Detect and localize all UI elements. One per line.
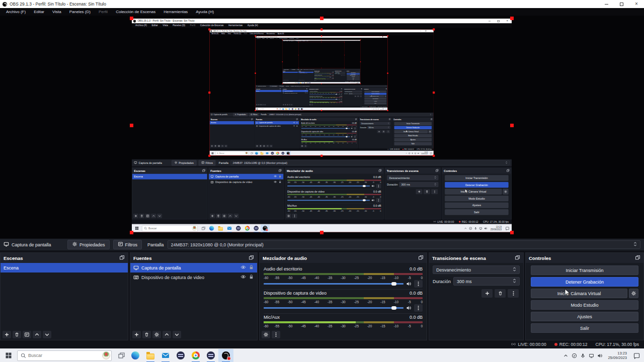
mute-toggle[interactable]: [371, 184, 374, 189]
mixer-more-button[interactable]: [292, 214, 297, 218]
scene-row[interactable]: Escena: [1, 263, 128, 273]
source-row[interactable]: Dispositivo de captura de video: [255, 124, 299, 128]
selection-handle[interactable]: [255, 110, 256, 111]
mixer-advanced-audio-button[interactable]: [300, 145, 303, 147]
menu-item[interactable]: Vista: [48, 8, 65, 16]
virtual-camera-config-button[interactable]: [384, 95, 386, 97]
channel-options-button[interactable]: [376, 184, 381, 189]
sources-properties-button[interactable]: [222, 214, 227, 218]
source-row[interactable]: Dispositivo de captura de video: [298, 73, 314, 74]
selection-handle[interactable]: [510, 231, 514, 234]
virtual-camera-config-button[interactable]: [428, 130, 432, 134]
selection-handle[interactable]: [282, 39, 283, 40]
sources-add-button[interactable]: [132, 331, 141, 338]
transitions-more-button[interactable]: [386, 130, 390, 133]
menu-item[interactable]: Archivo (F): [133, 23, 149, 28]
mixer-more-button[interactable]: [315, 80, 316, 81]
source-row[interactable]: Dispositivo de captura de video: [130, 273, 257, 282]
taskbar-search[interactable]: [17, 350, 112, 361]
selection-handle[interactable]: [130, 17, 133, 20]
capture-selection[interactable]: OBS 29.1.3 - Perfil: Sin Título - Escena…: [282, 40, 360, 83]
popout-icon[interactable]: [388, 118, 390, 121]
source-row[interactable]: Dispositivo de captura de video: [282, 92, 308, 94]
properties-button[interactable]: Propiedades: [172, 160, 196, 165]
virtual-camera-config-button[interactable]: [629, 289, 638, 298]
visibility-toggle[interactable]: [305, 90, 306, 92]
scene-row[interactable]: Escena: [256, 90, 282, 92]
menu-item[interactable]: Editar: [30, 8, 48, 16]
control-button-salir[interactable]: Salir: [364, 103, 386, 105]
selection-handle[interactable]: [510, 124, 514, 127]
popout-icon[interactable]: [306, 88, 307, 90]
taskbar-app-obs[interactable]: [300, 108, 303, 110]
control-button-salir[interactable]: Salir: [531, 323, 638, 333]
control-button-salir[interactable]: Salir: [445, 209, 508, 215]
transition-select[interactable]: Desvanecimiento: [360, 122, 390, 125]
selection-handle[interactable]: [321, 42, 321, 42]
taskbar-app-mail[interactable]: [225, 224, 234, 232]
transitions-more-button[interactable]: [431, 189, 438, 194]
search-highlight-image[interactable]: [192, 226, 197, 230]
popout-icon[interactable]: [386, 88, 387, 90]
control-button-ajustes[interactable]: Ajustes: [445, 203, 508, 208]
search-highlight-image[interactable]: [102, 351, 110, 359]
popout-icon[interactable]: [251, 118, 253, 121]
popout-icon[interactable]: [515, 255, 520, 261]
task-view-button[interactable]: [250, 151, 254, 155]
source-row[interactable]: Captura de pantalla: [255, 121, 299, 125]
lock-toggle[interactable]: [249, 264, 254, 271]
taskbar-app-edge[interactable]: [128, 349, 143, 362]
menu-item[interactable]: Ayuda (H): [245, 23, 261, 28]
taskbar-app-app-dark-1[interactable]: [173, 349, 188, 362]
slider-handle[interactable]: [363, 199, 366, 201]
tray-volume-button[interactable]: [484, 224, 488, 232]
lock-toggle[interactable]: [278, 174, 281, 178]
selection-handle[interactable]: [320, 17, 324, 20]
sources-move-up-button[interactable]: [266, 145, 269, 147]
popout-icon[interactable]: [361, 88, 362, 90]
search-input[interactable]: [28, 353, 100, 358]
selection-handle[interactable]: [130, 124, 133, 127]
selection-handle[interactable]: [433, 155, 435, 157]
menu-item[interactable]: Editar: [149, 23, 160, 28]
duration-input[interactable]: 300 ms: [338, 73, 346, 74]
channel-options-button[interactable]: [341, 94, 342, 95]
selection-handle[interactable]: [321, 68, 321, 68]
slider-handle[interactable]: [336, 99, 337, 100]
selection-handle[interactable]: [321, 35, 322, 36]
scenes-remove-button[interactable]: [258, 104, 260, 106]
control-button-modo-estudio[interactable]: Modo Estudio: [364, 98, 386, 100]
scene-row[interactable]: Escena: [132, 173, 207, 179]
scenes-move-down-button[interactable]: [224, 145, 227, 147]
selection-handle[interactable]: [320, 231, 324, 234]
mute-toggle[interactable]: [371, 198, 374, 203]
tray-network-button[interactable]: [588, 349, 595, 362]
selection-handle[interactable]: [130, 231, 133, 234]
duration-input[interactable]: 300 ms: [367, 126, 390, 129]
control-button-iniciar-c-mara-virtual[interactable]: Iniciar Cámara Virtual: [394, 130, 428, 134]
sources-move-down-button[interactable]: [173, 331, 181, 338]
popout-icon[interactable]: [506, 169, 509, 173]
taskbar-app-chrome[interactable]: [243, 224, 252, 232]
taskbar-search[interactable]: [259, 108, 279, 110]
transitions-remove-button[interactable]: [382, 130, 386, 133]
selection-handle[interactable]: [298, 55, 299, 55]
properties-button[interactable]: Propiedades: [233, 113, 248, 117]
channel-options-button[interactable]: [414, 304, 423, 312]
maximize-button[interactable]: [614, 0, 629, 8]
sources-move-up-button[interactable]: [163, 331, 171, 338]
selection-handle[interactable]: [255, 72, 256, 73]
tray-microphone-button[interactable]: [579, 349, 587, 362]
selection-handle[interactable]: [320, 155, 323, 157]
volume-slider[interactable]: [309, 99, 338, 100]
sources-remove-button[interactable]: [216, 214, 221, 218]
tray-chevron-up-button[interactable]: [562, 349, 570, 362]
volume-slider[interactable]: [264, 283, 404, 285]
control-button-iniciar-transmisi-n[interactable]: Iniciar Transmisión: [531, 265, 638, 275]
sources-move-down-button[interactable]: [233, 214, 238, 218]
sources-add-button[interactable]: [283, 104, 284, 106]
visibility-toggle[interactable]: [274, 180, 277, 184]
sources-remove-button[interactable]: [259, 145, 262, 147]
channel-options-button[interactable]: [354, 127, 357, 130]
control-button-modo-estudio[interactable]: Modo Estudio: [394, 134, 432, 138]
